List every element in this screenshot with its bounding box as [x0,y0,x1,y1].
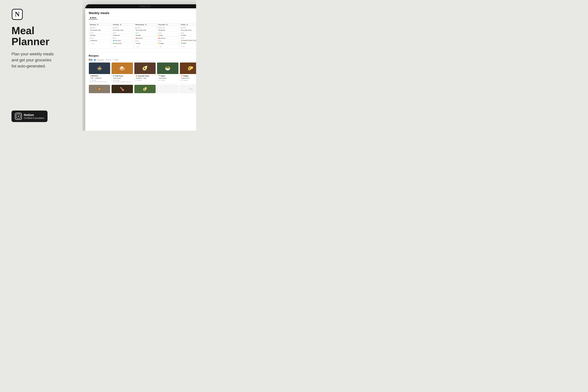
meal-name: Avocado Toast [115,29,123,31]
svg-text:N: N [15,10,20,18]
meal-block-friday-breakfast: Breakfast Avocado Toast [180,27,196,32]
dot-red-icon [159,38,160,39]
meal-label: Lunch [180,32,196,34]
meal-name: Friends [136,42,140,44]
recipe-card-fajitas[interactable]: 🌮 🌮 Fajitas Main Course 30 - 60 min [180,62,196,84]
recipe-url-fishcurry: https://www.bonappetit.com/recipe/ [113,81,132,82]
clock-icon: 🕐 [105,59,107,61]
grid-icon: ⊞ [90,17,91,19]
meal-item[interactable]: Restaurant [89,39,110,42]
meal-block-tuesday-breakfast: Breakfast Avocado Toast [112,27,133,32]
meal-block-wednesday-lunch: Lunch Salad Hummus [135,32,155,40]
meal-item[interactable]: Restaurant [158,29,178,32]
recipes-title: Recipes [89,54,196,57]
meal-name: Roasted Chicken & Peppers [183,40,196,41]
dot-green-icon [136,30,137,30]
svg-text:N: N [17,115,19,118]
meal-name: Avocado Toast [137,29,146,31]
meal-block-monday-dinner: Dinner Restaurant [89,37,110,42]
left-panel: N Meal Planner Plan your weekly mealsand… [0,0,82,131]
meal-item[interactable]: Salad [180,42,196,44]
recipe-tags-fajitas: Main Course [181,77,196,79]
recipe-card-fishcurry[interactable]: 🍛 🐟 Fish Curry Main Course 30 - 60 min [111,62,133,84]
day-name-wednesday: Wednesday [135,24,144,26]
page-title: Meal Planner [11,25,74,47]
meal-item[interactable]: Hummus [158,37,178,40]
meal-label: Breakfast [112,27,133,28]
meal-block-thursday-dinner: Dinner Fajitas [158,40,178,45]
recipe-card-partial-1[interactable]: 🥘 [89,85,110,93]
recipe-card-hummus[interactable]: 🍲 ● Hummus Side Vegetarian 0 - [89,62,110,84]
dot-green-icon [181,30,182,30]
badge-certified-label: Certified Consultant [24,117,44,120]
day-count-tuesday: 3 [120,24,122,26]
recipe-grid-row1: 🍲 ● Hummus Side Vegetarian 0 - [89,62,196,84]
recipe-card-partial-3[interactable]: 🥑 [134,85,156,93]
meal-item[interactable]: Avocado Toast [180,29,196,32]
meal-item[interactable]: Hummus [135,37,155,40]
meal-item[interactable]: Avocado Toast [112,29,133,32]
meal-item[interactable]: Salad [135,34,155,37]
meal-item[interactable]: Roasted Chicken & Peppers [180,39,196,42]
recipe-info-salad: 🥗 Salad Main Course 15 - 30 min [157,74,178,82]
meal-block-monday-breakfast: Breakfast Avocado Toast [89,27,110,32]
dot-green-icon [181,35,182,36]
day-name-friday: Friday [181,24,186,26]
meal-item[interactable]: Avocado Toast [135,29,155,32]
day-body-tuesday: Breakfast Avocado Toast Lunch [112,26,133,48]
badge-notion-label: Notion [24,113,44,117]
meal-name: Restaurant [113,34,120,36]
recipe-tab-categories[interactable]: 👥 Categories [94,59,104,61]
recipe-tabs: ⊞ All 👥 Categories 🕐 Time ☰ [89,58,196,61]
certified-consultant-badge: N Notion Certified Consultant [11,110,47,122]
recipe-tags-salad: Main Course [158,77,177,79]
meal-label: Brunch Out [158,27,178,28]
recipe-card-new[interactable]: + New [180,85,196,93]
meal-item[interactable]: Fish Curry [112,39,133,42]
new-row-monday[interactable]: + New [89,42,110,45]
recipe-tags-fishcurry: Main Course [113,77,132,79]
tab-label: All [90,59,92,60]
new-row-thursday[interactable]: + New [158,45,178,48]
new-row-tuesday[interactable]: + New [112,45,133,48]
meal-name: Fajitas [160,42,164,44]
recipe-card-avocadotoast[interactable]: 🥑 🥑 Avocado Toast Breakfast Side [134,62,156,84]
recipe-tab-all[interactable]: ⊞ All [89,58,92,61]
meal-name: Salad [183,34,186,36]
meal-item[interactable]: Friends [135,42,155,45]
day-header-tuesday: Tuesday 3 [112,23,133,26]
meal-item[interactable]: Salad [89,34,110,37]
day-name-thursday: Thursday [158,24,165,26]
recipe-name-avocadotoast: 🥑 Avocado Toast [136,75,155,77]
new-row-wednesday[interactable]: + New [135,45,155,48]
recipe-tab-table[interactable]: ☰ Table [113,59,118,61]
meal-name: Restaurant [159,29,165,31]
meal-block-thursday-lunch: Lunch Pitas Hummus [158,32,178,40]
day-count-friday: 3 [186,24,188,26]
meal-block-wednesday-breakfast: Breakfast Avocado Toast [135,27,155,32]
day-header-thursday: Thursday 3 [157,23,179,26]
meal-label: Lunch [112,32,133,34]
recipe-image-salad: 🥗 [157,62,178,74]
dot-orange-icon [181,40,182,41]
recipes-section: Recipes ⊞ All 👥 Categories 🕐 Time [89,54,196,131]
day-count-monday: 3 [96,24,99,26]
meal-label: Breakfast [180,27,196,28]
notion-content: Weekly meals ⊞ Week Monday [85,8,196,131]
day-header-monday: Monday 3 [89,23,110,26]
recipe-tab-time[interactable]: 🕐 Time [105,59,111,61]
recipe-card-salad[interactable]: 🥗 🥗 Salad Main Course 15 - 30 min [157,62,179,84]
new-row-friday[interactable]: + New [180,45,196,48]
recipe-card-partial-2[interactable]: 🍗 [111,85,133,93]
meal-item[interactable]: Fajitas [158,42,178,45]
meal-item[interactable]: Pitas [158,34,178,37]
meal-item[interactable]: Salad [180,34,196,37]
meal-item[interactable]: Avocado Toast [89,29,110,32]
meal-item[interactable]: Restaurant [112,34,133,37]
tab-week[interactable]: ⊞ Week [89,16,97,20]
recipe-time-salad: 15 - 30 min [158,80,177,81]
meal-item[interactable]: Guacamole [112,42,133,45]
dot-green-icon [113,43,114,44]
meal-name: Avocado Toast [92,29,101,31]
day-column-wednesday: Wednesday 3 Breakfast Avocado Toast [134,23,156,48]
